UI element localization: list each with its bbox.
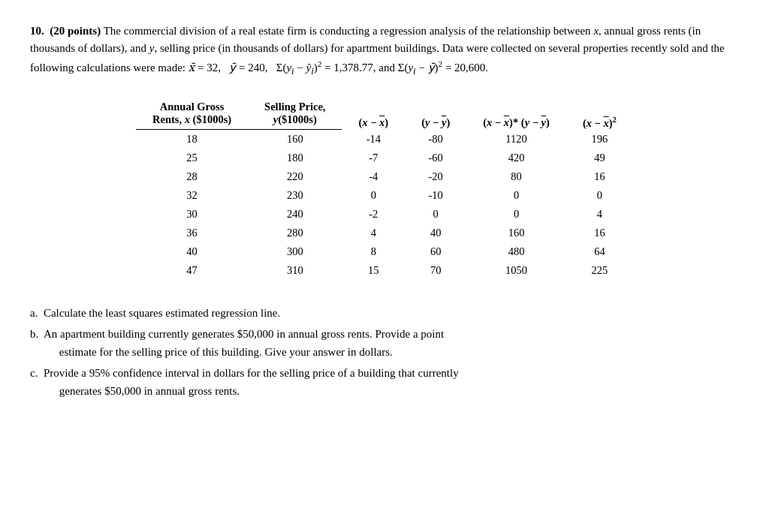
table-row: 47 310 15 70 1050 225 <box>136 261 633 280</box>
cell: 40 <box>136 242 248 261</box>
cell: 32 <box>136 186 248 205</box>
cell: 480 <box>466 242 566 261</box>
problem-text: 10. (20 points) The commercial division … <box>30 23 739 79</box>
sub-question-c: c. Provide a 95% confidence interval in … <box>30 364 739 400</box>
table-row: 32 230 0 -10 0 0 <box>136 186 633 205</box>
cell: -4 <box>342 167 405 186</box>
cell: 280 <box>248 224 342 242</box>
col-header-product: (x − x)* (y − y) <box>466 98 566 130</box>
cell: 1120 <box>466 129 566 149</box>
cell: 0 <box>466 205 566 224</box>
cell: 1050 <box>466 261 566 280</box>
cell: -7 <box>342 149 405 167</box>
cell: 4 <box>342 224 405 242</box>
cell: -2 <box>342 205 405 224</box>
cell: 160 <box>466 224 566 242</box>
col-header-annual-gross-line2: Rents, x ($1000s) <box>136 113 248 130</box>
table-header-row1: Annual Gross Selling Price, (x − x) (y −… <box>136 98 633 113</box>
table-row: 30 240 -2 0 0 4 <box>136 205 633 224</box>
cell: -80 <box>405 129 466 149</box>
cell: 15 <box>342 261 405 280</box>
cell: 30 <box>136 205 248 224</box>
cell: 0 <box>466 186 566 205</box>
cell: 220 <box>248 167 342 186</box>
cell: 49 <box>566 149 633 167</box>
cell: 47 <box>136 261 248 280</box>
col-header-x-xbar: (x − x) <box>342 98 405 130</box>
cell: 225 <box>566 261 633 280</box>
col-header-y-ybar: (y − y) <box>405 98 466 130</box>
table-row: 18 160 -14 -80 1120 196 <box>136 129 633 149</box>
col-header-selling-price-line1: Selling Price, <box>248 98 342 113</box>
cell: 16 <box>566 224 633 242</box>
col-header-selling-price-line2: y($1000s) <box>248 113 342 130</box>
cell: 70 <box>405 261 466 280</box>
cell: 16 <box>566 167 633 186</box>
cell: 420 <box>466 149 566 167</box>
cell: 180 <box>248 149 342 167</box>
cell: 36 <box>136 224 248 242</box>
col-header-x-xbar-sq: (x − x)2 <box>566 98 633 130</box>
cell: 160 <box>248 129 342 149</box>
cell: -20 <box>405 167 466 186</box>
sub-questions: a. Calculate the least squares estimated… <box>30 304 739 403</box>
cell: 40 <box>405 224 466 242</box>
cell: -10 <box>405 186 466 205</box>
table-body: 18 160 -14 -80 1120 196 25 180 -7 -60 42… <box>136 129 633 280</box>
cell: 28 <box>136 167 248 186</box>
cell: 25 <box>136 149 248 167</box>
problem-header: 10. (20 points) The commercial division … <box>30 23 739 79</box>
cell: 0 <box>405 205 466 224</box>
cell: 0 <box>342 186 405 205</box>
cell: -14 <box>342 129 405 149</box>
cell: 0 <box>566 186 633 205</box>
table-row: 40 300 8 60 480 64 <box>136 242 633 261</box>
cell: 310 <box>248 261 342 280</box>
sub-question-b: b. An apartment building currently gener… <box>30 325 739 361</box>
cell: 300 <box>248 242 342 261</box>
cell: 196 <box>566 129 633 149</box>
data-table-wrapper: Annual Gross Selling Price, (x − x) (y −… <box>30 98 739 280</box>
problem-container: 10. (20 points) The commercial division … <box>30 23 739 403</box>
data-table: Annual Gross Selling Price, (x − x) (y −… <box>136 98 633 280</box>
cell: 80 <box>466 167 566 186</box>
table-row: 25 180 -7 -60 420 49 <box>136 149 633 167</box>
table-row: 28 220 -4 -20 80 16 <box>136 167 633 186</box>
cell: 64 <box>566 242 633 261</box>
cell: 8 <box>342 242 405 261</box>
cell: 230 <box>248 186 342 205</box>
cell: 18 <box>136 129 248 149</box>
cell: 4 <box>566 205 633 224</box>
cell: 240 <box>248 205 342 224</box>
cell: -60 <box>405 149 466 167</box>
cell: 60 <box>405 242 466 261</box>
table-row: 36 280 4 40 160 16 <box>136 224 633 242</box>
col-header-annual-gross-line1: Annual Gross <box>136 98 248 113</box>
sub-question-a: a. Calculate the least squares estimated… <box>30 304 739 322</box>
